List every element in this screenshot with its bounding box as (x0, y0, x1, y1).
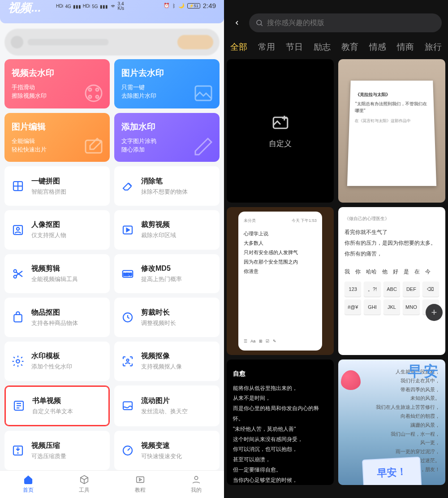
phone-line: 你潜意 (244, 267, 316, 276)
tool-title: 一键拼图 (31, 177, 66, 186)
hero-title: 视频... (8, 0, 41, 16)
tool-compress[interactable]: 视频压缩可选压缩质量 (4, 431, 110, 470)
tool-md5[interactable]: MD5修改MD5提高上热门概率 (114, 254, 220, 294)
feature-cards-row-2: 图片编辑 全能编辑轻松快速出片 添加水印 文字图片涂鸦随心添加 (4, 113, 220, 162)
template-phone-note[interactable]: 未分类今天 下午1:53 心理学上说大多数人只对有安全感的人发脾气因为在那个安全… (227, 207, 334, 355)
battery-icon: ⚡51 (187, 3, 200, 9)
kb-key[interactable]: MNO (403, 299, 419, 315)
search-box[interactable] (249, 13, 442, 32)
kb-key[interactable]: ⌫ (422, 281, 439, 297)
nav-user[interactable]: 我的 (168, 471, 224, 498)
tab-7[interactable]: 旅行 (425, 41, 442, 53)
template-book[interactable]: 《克拉拉与太阳》 "太阳总有办法照到我们，不管我们在哪里" 在《莫言钉与太阳》这… (338, 59, 445, 203)
tab-6[interactable]: 情商 (397, 41, 414, 53)
nav-play[interactable]: 教程 (112, 471, 168, 498)
tool-speed[interactable]: 视频变速可快速慢速变化 (114, 431, 220, 470)
kb-key[interactable]: GHI (364, 299, 380, 315)
svg-point-0 (86, 85, 102, 101)
nav-label: 教程 (135, 486, 146, 494)
tool-book[interactable]: 书单视频自定义书单文本 (4, 385, 110, 427)
tool-bag[interactable]: 物品抠图支持各种商品物体 (4, 298, 110, 337)
tool-pic-flow[interactable]: 流动图片发丝流动、换天空 (114, 385, 220, 427)
tool-title: 消除笔 (141, 177, 188, 186)
tool-sub: 仅支持抠人物 (31, 231, 66, 239)
card-image-edit[interactable]: 图片编辑 全能编辑轻松快速出片 (4, 113, 110, 162)
template-dark-quote[interactable]: 自愈 能将你从低谷里拖出来的，从来不是时间，而是你心里的格局和你发自内心的释怀。… (227, 359, 334, 485)
tool-gear[interactable]: 水印模板添加个性化水印 (4, 342, 110, 381)
promo-button[interactable] (177, 35, 213, 49)
hero-banner: 视频... HD፧ 4G ▮▮▮ HD፧ 5G ▮▮▮ 3.4 K/s ⏰ ᛒ … (0, 0, 224, 23)
morning-line: 我们山一程，水一程， (369, 430, 440, 439)
image-icon (193, 82, 214, 104)
morning-line: 蹒跚的风景， (369, 421, 440, 430)
tab-1[interactable]: 常用 (258, 41, 275, 53)
tab-3[interactable]: 励志 (314, 41, 331, 53)
tool-title: 视频压缩 (31, 441, 66, 450)
tool-title: 人像抠图 (31, 220, 66, 230)
kb-candidate[interactable]: 今 (425, 266, 431, 277)
dnd-icon: 🌙 (178, 3, 185, 9)
play-icon (135, 475, 145, 485)
clock: 2:49 (203, 2, 216, 9)
search-input[interactable] (267, 19, 435, 27)
pic-flow-icon (120, 398, 136, 414)
promo-bar[interactable] (4, 29, 220, 56)
template-keyboard-note[interactable]: 《做自己的心理医生》 看完你就不生气了 你所有的压力，是因为你想要的太多。 你所… (338, 207, 445, 355)
back-button[interactable] (230, 16, 244, 30)
card-image-watermark-remove[interactable]: 图片去水印 只需一键去除图片水印 (114, 59, 220, 108)
tab-2[interactable]: 节日 (286, 41, 303, 53)
tool-sub: 可选压缩质量 (31, 452, 66, 460)
kb-key[interactable]: #@¥ (345, 299, 361, 315)
phone-top-left: 未分类 (244, 217, 256, 225)
battery-level: 51 (194, 4, 198, 8)
card-line-2: 去除图片水印 (121, 92, 156, 99)
card-video-watermark-remove[interactable]: 视频去水印 手指滑动擦除视频水印 (4, 59, 110, 108)
tool-clock[interactable]: 剪裁时长调整视频时长 (114, 298, 220, 337)
tab-5[interactable]: 情感 (369, 41, 386, 53)
kb-candidate[interactable]: 好 (393, 266, 398, 277)
tool-person[interactable]: 人像抠图仅支持抠人物 (4, 210, 110, 250)
morning-line: 未知的风景。 (369, 394, 440, 403)
tool-person-scan[interactable]: 视频抠像支持视频抠人像 (114, 342, 220, 381)
kb-key[interactable]: 123 (345, 281, 361, 297)
tab-4[interactable]: 教育 (341, 41, 358, 53)
tool-title: 流动图片 (141, 396, 188, 406)
morning-line: 带着四季的风景， (369, 385, 440, 394)
person-scan-icon (120, 353, 136, 369)
kb-candidate[interactable]: 你 (355, 266, 361, 277)
kb-key[interactable]: JKL (383, 299, 400, 315)
tool-sub: 调整视频时长 (141, 319, 176, 327)
right-screen: 全部常用节日励志教育情感情商旅行 自定义 未分类今天 下午1:53 心理学上说大… (224, 0, 448, 498)
eraser-icon (120, 178, 136, 194)
add-fab[interactable]: + (426, 304, 443, 321)
kb-candidate[interactable]: 哈哈 (366, 266, 377, 277)
kb-candidate[interactable]: 他 (382, 266, 388, 277)
kb-candidate[interactable]: 是 (404, 266, 409, 277)
tool-scissors[interactable]: 视频剪辑全能视频编辑工具 (4, 254, 110, 294)
kb-key[interactable]: DEF (403, 281, 419, 297)
tab-0[interactable]: 全部 (230, 41, 247, 53)
kb-key[interactable]: ABC (383, 281, 400, 297)
phone-line: 大多数人 (244, 238, 316, 248)
card-line-2: 轻松快速出片 (12, 146, 47, 153)
tool-title: 水印模板 (31, 351, 72, 361)
bag-icon (10, 309, 26, 325)
tool-eraser[interactable]: 消除笔抹除不想要的物体 (114, 166, 220, 206)
nav-home[interactable]: 首页 (0, 471, 56, 498)
template-custom[interactable]: 自定义 (227, 59, 334, 203)
kb-key[interactable]: 。?! (364, 281, 380, 297)
dark-line: 甚至可以崩溃， (233, 455, 327, 465)
tool-puzzle[interactable]: 一键拼图智能宫格拼图 (4, 166, 110, 206)
net-speed: 3.4 K/s (118, 2, 124, 11)
card-add-watermark[interactable]: 添加水印 文字图片涂鸦随心添加 (114, 113, 220, 162)
phone-line: 心理学上说 (244, 229, 316, 238)
nav-cube[interactable]: 工具 (56, 471, 112, 498)
card-title: 图片编辑 (12, 121, 103, 133)
kb-candidate[interactable]: 在 (414, 266, 420, 277)
tool-crop-vid[interactable]: 裁剪视频裁除水印区域 (114, 210, 220, 250)
add-image-icon (271, 113, 290, 132)
custom-label: 自定义 (269, 139, 292, 149)
template-morning[interactable]: 早安 人生就是一段旅程，我们行走在其中，带着四季的风景，未知的风景。我们在人生旅… (338, 359, 445, 485)
kb-candidate[interactable]: 我 (345, 266, 350, 277)
tool-title: 裁剪视频 (141, 220, 176, 230)
